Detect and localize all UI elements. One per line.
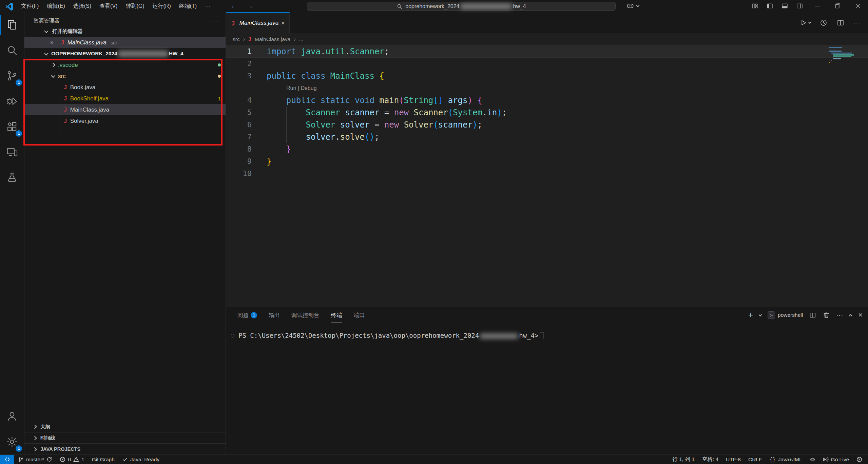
new-terminal-button[interactable]: + [748, 311, 753, 319]
tree-item-bookshelf-java[interactable]: JBookShelf.java1 [24, 93, 226, 104]
sidebar-section-label: 大纲 [40, 424, 50, 430]
tree-item--vscode[interactable]: .vscode [24, 59, 226, 71]
restore-button[interactable] [827, 0, 848, 12]
tab-mainclass-java[interactable]: J MainClass.java × [226, 12, 290, 33]
nav-forward-icon[interactable]: → [246, 2, 253, 10]
activitybar-extensions[interactable]: 1 [0, 114, 24, 139]
panel-tab-terminal[interactable]: 终端 [331, 307, 342, 323]
tree-root-folder[interactable]: OOPREHOMEWORK_2024HW_4 [24, 48, 226, 59]
run-history-button[interactable] [819, 19, 828, 27]
line-number: 6 [226, 119, 267, 131]
activitybar-testing[interactable] [0, 165, 24, 190]
menu-item-1[interactable]: 编辑(E) [43, 0, 69, 12]
close-editor-icon[interactable]: × [50, 39, 54, 46]
panel-tab-output[interactable]: 输出 [269, 307, 280, 323]
breadcrumb-symbol[interactable]: ... [299, 36, 303, 42]
open-editors-section-header[interactable]: 打开的编辑器 [24, 26, 226, 37]
testing-icon [6, 172, 18, 183]
kill-terminal-button[interactable] [823, 311, 830, 319]
status-git-branch[interactable]: master* [14, 455, 56, 464]
panel-more-actions-button[interactable]: ··· [836, 312, 843, 318]
run-java-button[interactable] [799, 19, 811, 27]
tree-item-mainclass-java[interactable]: JMainClass.java [24, 104, 226, 115]
status-git-branch-label: master* [26, 457, 44, 463]
sidebar-section-label: JAVA PROJECTS [40, 446, 80, 452]
panel-tab-debug-console[interactable]: 调试控制台 [291, 307, 320, 323]
shell-label[interactable]: >powershell [768, 311, 803, 319]
status-eol[interactable]: CRLF [745, 455, 766, 464]
close-panel-button[interactable]: × [858, 311, 863, 319]
activitybar-search[interactable] [0, 38, 24, 63]
split-editor-button[interactable] [836, 19, 845, 27]
status-git-graph[interactable]: Git Graph [88, 455, 118, 464]
toggle-panel-button[interactable] [777, 0, 792, 12]
sidebar-section-2[interactable]: JAVA PROJECTS [24, 443, 226, 455]
split-terminal-button[interactable] [809, 311, 816, 319]
minimap-line [833, 56, 851, 58]
chevron-right-icon [33, 436, 37, 440]
chevron-right-icon [51, 63, 55, 67]
tree-item-src[interactable]: src [24, 71, 226, 82]
command-center-search[interactable]: ooprehomework_2024hw_4 [307, 2, 616, 11]
panel-tab-problems[interactable]: 问题1 [237, 307, 257, 323]
activitybar-remote-explorer[interactable] [0, 139, 24, 165]
codelens-run-debug[interactable]: Run | Debug [267, 82, 317, 94]
status-java-status[interactable]: Java: Ready [118, 455, 163, 464]
menu-item-0[interactable]: 文件(F) [17, 0, 43, 12]
breadcrumb-file[interactable]: MainClass.java [255, 36, 290, 42]
maximize-panel-button[interactable] [849, 314, 852, 316]
menu-item-2[interactable]: 选择(S) [69, 0, 95, 12]
tree-item-solver-java[interactable]: JSolver.java [24, 115, 226, 127]
toggle-primary-sidebar-button[interactable] [762, 0, 777, 12]
close-window-button[interactable] [848, 0, 868, 12]
toggle-secondary-sidebar-button[interactable] [792, 0, 807, 12]
activitybar-run-and-debug[interactable] [0, 89, 24, 114]
java-file-icon: J [64, 118, 67, 124]
search-icon [6, 44, 18, 56]
sidebar-section-1[interactable]: 时间线 [24, 432, 226, 443]
explorer-more-actions-button[interactable]: ··· [212, 17, 219, 24]
status-cursor-position[interactable]: 行 1, 列 1 [669, 455, 698, 464]
minimize-button[interactable] [807, 0, 827, 12]
toggle-primary-sidebar-icon [766, 2, 773, 9]
status-remote[interactable] [0, 455, 14, 464]
breadcrumb-src[interactable]: src [233, 36, 240, 42]
breadcrumb[interactable]: src › J MainClass.java › ... [226, 33, 868, 45]
terminal-profile-dropdown-button[interactable] [759, 314, 761, 316]
close-panel-icon: × [858, 311, 863, 319]
activitybar-accounts[interactable] [0, 404, 24, 429]
extensions-badge: 1 [16, 130, 22, 137]
menu-item-5[interactable]: 运行(R) [149, 0, 175, 12]
nav-back-icon[interactable]: ← [231, 2, 237, 10]
customize-layout-button[interactable] [747, 0, 762, 12]
status-go-live[interactable]: Go Live [819, 455, 853, 464]
status-notifications[interactable] [853, 455, 866, 464]
menu-item-6[interactable]: 终端(T) [175, 0, 201, 12]
code-line-3: 3public class MainClass { [226, 70, 868, 82]
status-indentation[interactable]: 空格: 4 [698, 455, 722, 464]
menu-item-7[interactable]: ··· [201, 0, 214, 12]
activitybar-source-control[interactable]: 1 [0, 63, 24, 89]
status-encoding[interactable]: UTF-8 [722, 455, 745, 464]
sidebar-section-0[interactable]: 大纲 [24, 421, 226, 432]
code-editor[interactable]: 1import java.util.Scanner;23public class… [226, 45, 868, 180]
menu-item-4[interactable]: 转到(G) [121, 0, 148, 12]
close-tab-icon[interactable]: × [281, 20, 285, 27]
tree-item-book-java[interactable]: JBook.java [24, 82, 226, 93]
sidebar-section-label: 时间线 [40, 435, 55, 441]
activitybar-settings[interactable]: 1 [0, 429, 24, 455]
status-language-mode[interactable]: {}Java+JML [766, 455, 806, 464]
editor-more-actions-button[interactable]: ··· [853, 20, 861, 26]
status-copilot-status[interactable] [806, 455, 819, 464]
chevron-down-icon [51, 74, 55, 78]
copilot-menu[interactable] [626, 1, 639, 10]
menu-item-3[interactable]: 查看(V) [95, 0, 121, 12]
panel-tab-ports[interactable]: 端口 [354, 307, 365, 323]
titlebar-controls [747, 0, 868, 12]
terminal[interactable]: PS C:\Users\24502\Desktop\Projects\java\… [231, 332, 868, 339]
activitybar-explorer[interactable] [0, 12, 24, 38]
minimap[interactable] [829, 47, 859, 65]
code-line-7: 7 solver.solve(); [226, 131, 868, 143]
open-editor-item[interactable]: × J MainClass.java src [24, 37, 226, 48]
status-problems-summary[interactable]: 01 [56, 455, 88, 464]
